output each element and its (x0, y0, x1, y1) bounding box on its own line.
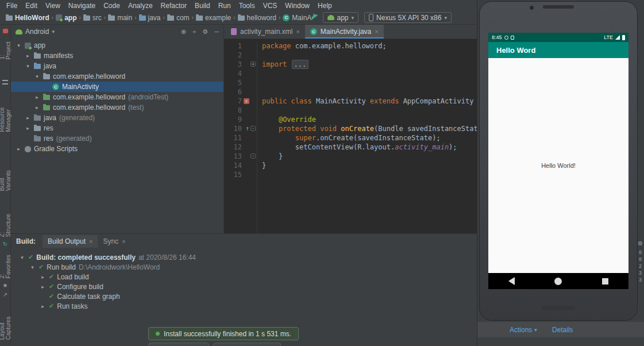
close-tab-icon[interactable]: × (122, 238, 125, 245)
hide-panel-icon[interactable]: ─ (214, 28, 219, 36)
fold-marker-icon[interactable]: - (250, 126, 256, 131)
nav-back-button[interactable] (508, 277, 515, 285)
locate-file-icon[interactable]: ⊕ (181, 28, 186, 36)
code-area[interactable]: package com.example.helloword;import ...… (257, 41, 495, 233)
tree-expand-icon[interactable]: ▸ (25, 53, 31, 59)
menu-item-tools[interactable]: Tools (235, 2, 259, 10)
breadcrumb-app[interactable]: app (55, 14, 78, 22)
tree-expand-icon[interactable]: ▾ (29, 264, 36, 270)
editor-tab-activity-main-xml[interactable]: activity_main.xml× (226, 25, 305, 39)
fold-marker-icon[interactable]: + (250, 61, 256, 67)
tree-expand-icon[interactable]: ▾ (19, 255, 25, 260)
gutter-line: 4 (224, 69, 257, 78)
tool-button-project[interactable]: 1: Project (0, 38, 11, 60)
tree-expand-icon[interactable]: ▾ (25, 63, 31, 69)
build-tree-row[interactable]: ▸✔Configure build (17, 282, 477, 291)
menu-item-vcs[interactable]: VCS (259, 2, 281, 10)
actions-menu-button[interactable]: Actions ▾ (510, 326, 537, 334)
tree-item-com-example-helloword-androidtest[interactable]: ▸com.example.helloword (androidTest) (11, 92, 223, 102)
tree-item-res-generated[interactable]: res (generated) (11, 133, 223, 144)
layers-icon[interactable] (2, 80, 8, 84)
editor-tab-mainactivity-java[interactable]: CMainActivity.java× (305, 25, 384, 39)
breadcrumb-com[interactable]: com (166, 14, 191, 22)
emulator-screen[interactable]: 8:45 LTE Hello Word Hello World! (488, 33, 628, 289)
breadcrumb-label: example (205, 14, 231, 22)
menu-item-edit[interactable]: Edit (21, 2, 41, 10)
tree-item-com-example-helloword-test[interactable]: ▸com.example.helloword (test) (11, 102, 223, 113)
menu-item-window[interactable]: Window (281, 2, 314, 10)
build-tab-build-output[interactable]: Build Output× (43, 235, 98, 248)
details-button[interactable]: Details (552, 326, 573, 334)
breadcrumb-label: HelloWord (15, 14, 49, 22)
menu-item-refactor[interactable]: Refactor (157, 2, 191, 10)
tree-expand-icon[interactable]: ▸ (16, 146, 22, 152)
tree-expand-icon[interactable]: ▸ (40, 303, 46, 309)
editor-gutter[interactable]: 123+4567c8910↑-111213-1415 (224, 41, 257, 233)
tree-item-com-example-helloword[interactable]: ▾com.example.helloword (11, 71, 223, 82)
tree-item-gradle-scripts[interactable]: ▸Gradle Scripts (11, 144, 223, 154)
star-icon[interactable]: ★ (3, 283, 8, 289)
build-tree-row[interactable]: ▾✔Build: completed successfully at 2020/… (17, 252, 477, 262)
tree-expand-icon[interactable]: ▾ (34, 74, 40, 79)
tool-button-favorites[interactable]: 2: Favorites (0, 252, 11, 278)
tree-item-manifests[interactable]: ▸manifests (11, 51, 223, 61)
menu-item-file[interactable]: File (2, 2, 21, 10)
tree-item-mainactivity[interactable]: CMainActivity (11, 82, 223, 92)
pin-icon[interactable]: ↗ (3, 292, 7, 298)
breadcrumb-example[interactable]: example (195, 14, 232, 22)
tree-expand-icon[interactable]: ▸ (34, 105, 40, 110)
sync-icon[interactable]: ↻ (3, 241, 7, 247)
menu-item-run[interactable]: Run (214, 2, 235, 10)
tree-item-java-generated[interactable]: ▸java (generated) (11, 113, 223, 123)
tree-expand-icon[interactable]: ▸ (25, 125, 31, 131)
menu-item-build[interactable]: Build (191, 2, 214, 10)
module-selector-dropdown[interactable]: app ▾ (323, 12, 359, 23)
build-tree-row[interactable]: ▸✔Load build (17, 272, 477, 282)
tree-expand-icon[interactable]: ▸ (40, 284, 46, 290)
tool-button-build-variants[interactable]: Build Variants (0, 160, 11, 191)
project-view-selector[interactable]: Android (25, 28, 49, 36)
menu-item-view[interactable]: View (41, 2, 64, 10)
tool-button-structure[interactable]: Z: Structure (0, 210, 11, 237)
breadcrumb-helloword[interactable]: helloword (237, 14, 277, 22)
tree-expand-icon[interactable]: ▸ (25, 115, 31, 121)
gutter-line: 7c (224, 97, 257, 106)
gutter-line: 13- (224, 152, 257, 161)
menu-item-code[interactable]: Code (99, 2, 124, 10)
breadcrumb-mainactivity[interactable]: CMainActivity (281, 14, 312, 22)
device-selector-dropdown[interactable]: Nexus 5X API 30 x86 ▾ (364, 12, 452, 23)
menu-item-analyze[interactable]: Analyze (124, 2, 157, 10)
build-tree-row[interactable]: ▸✔Run tasks (17, 301, 477, 311)
settings-gear-icon[interactable]: ⚙ (638, 240, 643, 247)
menu-item-help[interactable]: Help (314, 2, 336, 10)
tree-expand-icon[interactable]: ▾ (16, 43, 22, 48)
fold-marker-icon[interactable]: - (250, 153, 256, 159)
tree-expand-icon[interactable]: ▸ (40, 274, 46, 280)
breadcrumb-main[interactable]: main (107, 14, 133, 22)
build-tab-sync[interactable]: Sync× (98, 235, 130, 248)
close-tab-icon[interactable]: × (89, 238, 92, 245)
breadcrumb-java[interactable]: java (138, 14, 162, 22)
build-tree-row[interactable]: ▾✔Run build D:\Androidwork\HelloWord (17, 262, 477, 272)
nav-home-button[interactable] (554, 278, 562, 285)
override-gutter-icon[interactable]: ↑ (245, 124, 249, 133)
tree-item-res[interactable]: ▸res (11, 123, 223, 133)
breadcrumb-separator: › (279, 14, 280, 21)
build-tree-row[interactable]: ✔Calculate task graph (17, 291, 477, 301)
close-tab-icon[interactable]: × (296, 28, 299, 35)
breadcrumb-src[interactable]: src (82, 14, 103, 22)
install-toast[interactable]: Install successfully finished in 1 s 531… (148, 327, 299, 340)
tree-item-java[interactable]: ▾java (11, 61, 223, 71)
tree-expand-icon[interactable]: ▸ (34, 94, 40, 100)
settings-gear-icon[interactable]: ⚙ (202, 28, 208, 36)
tool-button-layout-captures[interactable]: Layout Captures (0, 302, 11, 340)
tree-item-app[interactable]: ▾app (11, 40, 223, 51)
breadcrumb-helloword[interactable]: HelloWord (5, 14, 51, 22)
close-tab-icon[interactable]: × (375, 28, 378, 35)
nav-recents-button[interactable] (602, 278, 608, 285)
bookmark-icon[interactable] (3, 29, 8, 33)
class-gutter-icon: c (244, 98, 249, 104)
collapse-all-icon[interactable]: ÷ (192, 28, 196, 36)
menu-item-navigate[interactable]: Navigate (64, 2, 99, 10)
tool-button-resource-manager[interactable]: Resource Manager (0, 89, 11, 132)
